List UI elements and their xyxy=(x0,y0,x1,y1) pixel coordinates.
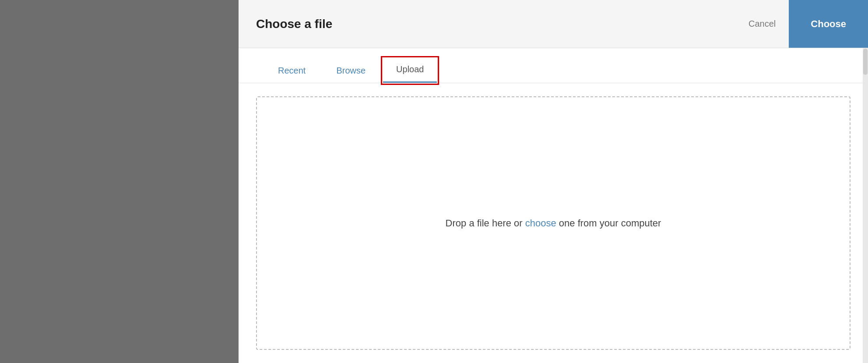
choose-button[interactable]: Choose xyxy=(789,0,868,48)
upload-text-after: one from your computer xyxy=(556,218,661,229)
modal-dialog: Choose a file Cancel Choose Recent Brows… xyxy=(239,0,868,363)
upload-instructions: Drop a file here or choose one from your… xyxy=(446,218,661,229)
modal-body: Recent Browse Upload Drop a file here or… xyxy=(239,48,868,363)
scrollbar-thumb[interactable] xyxy=(863,49,868,75)
choose-file-link[interactable]: choose xyxy=(525,218,556,229)
tabs-bar: Recent Browse Upload xyxy=(239,48,868,83)
tab-browse[interactable]: Browse xyxy=(323,60,379,83)
overlay-background xyxy=(0,0,239,363)
modal-title: Choose a file xyxy=(256,17,735,31)
scrollbar-track xyxy=(863,48,868,363)
tab-recent[interactable]: Recent xyxy=(265,60,319,83)
tab-upload[interactable]: Upload xyxy=(383,58,437,83)
upload-text-before: Drop a file here or xyxy=(446,218,525,229)
cancel-button[interactable]: Cancel xyxy=(735,0,789,48)
file-drop-zone[interactable]: Drop a file here or choose one from your… xyxy=(256,96,850,350)
modal-header: Choose a file Cancel Choose xyxy=(239,0,868,48)
